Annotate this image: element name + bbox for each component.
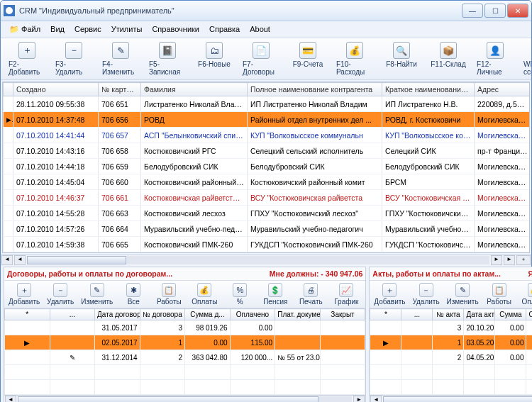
btn-Оплаты[interactable]: 💰Оплаты [517,282,532,306]
table-row[interactable]: 07.10.2010 14:44:18706 659Белодубровский… [4,159,531,174]
svg-point-1 [6,7,13,14]
table-row[interactable]: ▶02.05.201710.00115.00 [5,335,365,350]
menu-about[interactable]: About [245,23,275,35]
menu-справочники[interactable]: Справочники [148,23,204,35]
toolbar-F12-Личные[interactable]: 👤F12-Личные [472,40,519,78]
col-header[interactable]: Полное наименование контрагента [248,83,382,96]
table-row[interactable]: 31.05.2017398 019.260.00 [5,320,365,335]
main-toolbar: ＋F2-Добавить－F3-Удалить✎F4-Изменить📓F5-З… [1,38,531,80]
table-row [370,380,532,395]
col-header[interactable]: № карточки [99,83,141,96]
titlebar: CRM "Индивидуальный предприниматель" — ☐… [1,1,531,21]
table-row[interactable]: 07.10.2010 14:43:16706 658Костюковичский… [4,143,531,159]
menubar: 📁 ФайлВидСервисУтилитыСправочникиСправка… [1,21,531,38]
table-row[interactable]: 07.10.2010 14:41:44706 657АСП "Белынкови… [4,128,531,143]
btn-Печать[interactable]: 🖨Печать [293,282,328,306]
acts-title: Акты, работы и оплаты по актам... [372,269,528,278]
col-header[interactable]: Плат. документ [275,309,321,320]
window-title: CRM "Индивидуальный предприниматель" [19,6,462,15]
btn-Пенсия[interactable]: 💲Пенсия [257,282,293,306]
table-row [5,365,365,380]
table-row[interactable]: 07.10.2010 14:59:38706 665Костюковичский… [4,237,531,252]
close-button[interactable]: ✕ [507,4,528,18]
col-header[interactable]: Дата договора [95,309,140,320]
contracts-title: Договоры, работы и оплаты по договорам..… [7,269,270,278]
col-header[interactable]: Краткое наименование ко... [382,83,475,96]
col-header[interactable]: * [5,309,50,320]
btn-Все[interactable]: ✱Все [116,282,151,306]
col-header[interactable]: ... [401,309,433,320]
col-header[interactable]: Оплачено [230,309,275,320]
toolbar-F9-Счета[interactable]: 💳F9-Счета [284,40,331,78]
toolbar-F4-Изменить[interactable]: ✎F4-Изменить [97,40,144,78]
col-header[interactable]: ... [50,309,95,320]
main-grid[interactable]: Создано№ карточкиФамилияПолное наименова… [2,82,530,253]
btn-Работы[interactable]: 📋Работы [482,282,517,306]
table-row[interactable]: 07.10.2010 14:46:37706 661Костюковичская… [4,190,531,206]
icon: 🗂 [206,42,223,59]
right-scrollbar[interactable]: ◄► [370,395,532,402]
col-header[interactable]: * [370,309,401,320]
table-row[interactable]: ✎31.12.20142363 042.80120 000...№ 55 от … [5,350,365,365]
btn-Оплаты[interactable]: 💰Оплаты [187,282,222,306]
btn-Изменить[interactable]: ✎Изменить [444,282,482,306]
menu-справка[interactable]: Справка [205,23,244,35]
btn-Изменить[interactable]: ✎Изменить [78,282,116,306]
toolbar-WEB ссылки[interactable]: 🌐WEB ссылки [519,40,531,78]
btn-Удалить[interactable]: －Удалить [409,282,444,306]
table-row [5,380,365,395]
col-header[interactable]: Адрес [475,83,531,96]
menu-сервис[interactable]: Сервис [70,23,106,35]
grid-scrollbar[interactable]: ◄◄ ►►＋ [1,255,531,265]
btn-График[interactable]: 📈График [328,282,364,306]
col-header[interactable]: Фамилия [141,83,248,96]
table-row[interactable]: 07.10.2010 14:55:28706 663Костюковичский… [4,206,531,221]
acts-panel: Акты, работы и оплаты по актам... Я долж… [369,267,532,402]
icon: 💳 [299,42,316,59]
col-header[interactable]: Закрыт [320,309,365,320]
col-header[interactable]: Сумма [495,309,526,320]
col-header[interactable]: Дата акта [464,309,495,320]
contracts-debt: Мне должны: - 340 947.06 [270,269,362,278]
table-row[interactable]: 28.11.2010 09:55:38706 651Листратенко Ни… [4,96,531,112]
col-header[interactable]: Создано [13,83,99,96]
table-row[interactable]: 204.05.20170.000.00аренд [370,350,532,365]
minimize-button[interactable]: — [462,4,483,18]
left-scrollbar[interactable]: ◄► [4,395,365,402]
table-row[interactable]: 320.10.20170.000.00 [370,320,532,335]
table-row[interactable]: ▶103.05.20170.0056.00№ 55 [370,335,532,350]
col-header[interactable]: Сумма д... [185,309,231,320]
toolbar-F6-Новые[interactable]: 🗂F6-Новые [191,40,238,78]
acts-debt: Я должен: 56.00 [528,269,532,278]
app-icon [4,5,15,16]
toolbar-F3-Удалить[interactable]: －F3-Удалить [50,40,97,78]
toolbar-F10-Расходы[interactable]: 💰F10-Расходы [331,40,378,78]
icon: 📄 [253,42,270,59]
toolbar-F2-Добавить[interactable]: ＋F2-Добавить [4,40,50,78]
menu-файл[interactable]: 📁 Файл [5,23,45,35]
btn-Добавить[interactable]: ＋Добавить [6,282,43,306]
icon: 📓 [159,42,176,59]
table-row[interactable]: 07.10.2010 17:11:12706 666ГУСО "Хотински… [4,252,531,254]
toolbar-F11-Склад[interactable]: 📦F11-Склад [425,40,472,78]
col-header[interactable]: № акта [433,309,464,320]
contracts-panel: Договоры, работы и оплаты по договорам..… [4,267,366,402]
table-row[interactable]: 07.10.2010 14:57:26706 664Муравильский у… [4,221,531,237]
menu-вид[interactable]: Вид [46,23,69,35]
maximize-button[interactable]: ☐ [484,4,506,18]
col-header[interactable]: № договора [140,309,185,320]
btn-Удалить[interactable]: －Удалить [43,282,78,306]
table-row[interactable]: ▶07.10.2010 14:37:48706 656РОВДРайонный … [4,112,531,128]
icon: ✎ [112,42,129,59]
toolbar-F8-Найти[interactable]: 🔍F8-Найти [378,40,425,78]
btn-Работы[interactable]: 📋Работы [151,282,187,306]
icon: ＋ [18,42,35,59]
icon: 🔍 [393,42,410,59]
btn-%[interactable]: %% [222,282,257,306]
col-header[interactable]: Оплачено [526,309,532,320]
table-row[interactable]: 07.10.2010 14:45:04706 660Костюковичский… [4,174,531,190]
toolbar-F7-Договоры[interactable]: 📄F7-Договоры [238,40,284,78]
btn-Добавить[interactable]: ＋Добавить [371,282,408,306]
menu-утилиты[interactable]: Утилиты [107,23,147,35]
toolbar-F5-Записная[interactable]: 📓F5-Записная [144,40,191,78]
